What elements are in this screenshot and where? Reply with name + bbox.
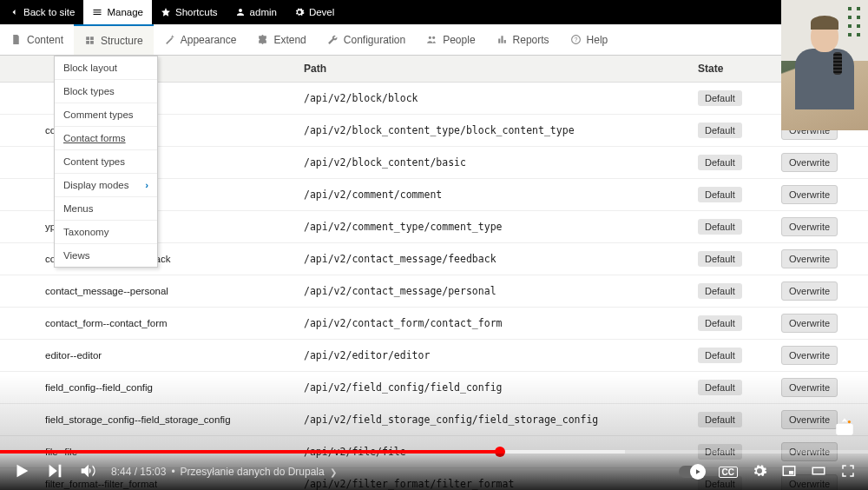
row-ops: Overwrite: [781, 249, 868, 268]
toolbar-shortcuts[interactable]: Shortcuts: [152, 0, 227, 24]
time-text: 8:44 / 15:03: [111, 466, 166, 478]
row-state: Default: [698, 414, 781, 426]
table-row: contact_form--contact_form/api/v2/contac…: [0, 308, 868, 340]
overwrite-button[interactable]: Overwrite: [781, 217, 838, 236]
toolbar-user[interactable]: admin: [227, 0, 286, 24]
row-name: editor--editor: [0, 350, 304, 361]
row-state: Default: [698, 189, 781, 201]
overwrite-button[interactable]: Overwrite: [781, 281, 838, 301]
state-badge: Default: [698, 122, 742, 138]
row-path: /api/v2/block/block: [304, 92, 698, 104]
table-row: contact_message--personal/api/v2/contact…: [0, 275, 868, 308]
menu-views[interactable]: Views: [55, 244, 157, 267]
row-path: /api/v2/block_content_type/block_content…: [304, 124, 698, 136]
svg-rect-3: [789, 471, 793, 474]
row-state: Default: [698, 156, 781, 169]
star-icon: [161, 7, 171, 17]
tab-appearance-label: Appearance: [181, 34, 237, 46]
tab-content[interactable]: Content: [0, 24, 74, 55]
autoplay-toggle[interactable]: [679, 466, 705, 478]
chevron-right-icon: ›: [145, 180, 148, 190]
miniplayer-button[interactable]: [781, 463, 797, 481]
row-ops: Overwrite: [781, 217, 868, 236]
tab-content-label: Content: [27, 34, 63, 46]
tab-help[interactable]: ? Help: [560, 24, 619, 55]
overwrite-button[interactable]: Overwrite: [781, 378, 838, 397]
state-badge: Default: [698, 283, 742, 299]
tab-structure-label: Structure: [101, 35, 143, 47]
theater-button[interactable]: [811, 463, 826, 481]
menu-contact-forms[interactable]: Contact forms: [55, 127, 157, 150]
menu-display-modes[interactable]: Display modes ›: [55, 174, 157, 197]
menu-block-types[interactable]: Block types: [55, 80, 157, 103]
file-icon: [10, 34, 22, 45]
menu-taxonomy[interactable]: Taxonomy: [55, 221, 157, 244]
row-ops: Overwrite: [781, 378, 868, 397]
gear-icon: [294, 7, 305, 17]
toolbar-devel-label: Devel: [309, 7, 334, 17]
row-path: /api/v2/block_content/basic: [304, 156, 698, 169]
row-name: contact_message--personal: [0, 286, 304, 296]
tab-extend[interactable]: Extend: [247, 24, 316, 55]
tab-reports[interactable]: Reports: [486, 24, 560, 55]
webcam-overlay: [781, 0, 868, 130]
menu-display-modes-label: Display modes: [63, 180, 128, 190]
help-icon: ?: [570, 34, 582, 45]
row-state: Default: [698, 124, 781, 136]
row-ops: Overwrite: [781, 185, 868, 204]
tab-people[interactable]: People: [416, 24, 485, 55]
tab-structure[interactable]: Structure: [74, 24, 154, 55]
menu-block-layout[interactable]: Block layout: [55, 56, 157, 80]
toolbar-manage[interactable]: Manage: [83, 0, 152, 24]
state-badge: Default: [698, 155, 742, 170]
state-badge: Default: [698, 412, 742, 427]
play-small-icon: [694, 468, 701, 475]
svg-text:?: ?: [574, 36, 577, 43]
row-path: /api/v2/contact_form/contact_form: [304, 317, 698, 329]
channel-logo-icon: [833, 416, 856, 441]
volume-button[interactable]: [78, 461, 97, 483]
structure-dropdown: Block layout Block types Comment types C…: [54, 56, 158, 268]
overwrite-button[interactable]: Overwrite: [781, 410, 838, 429]
table-row: field_storage_config--field_storage_conf…: [0, 404, 868, 436]
col-header-path[interactable]: Path: [304, 63, 698, 75]
tab-configuration[interactable]: Configuration: [317, 24, 416, 55]
row-state: Default: [698, 285, 781, 297]
overwrite-button[interactable]: Overwrite: [781, 249, 838, 268]
user-icon: [235, 7, 246, 17]
row-path: /api/v2/comment/comment: [304, 189, 698, 201]
tab-appearance[interactable]: Appearance: [154, 24, 247, 55]
play-button[interactable]: [12, 461, 31, 483]
fullscreen-button[interactable]: [840, 463, 856, 481]
toolbar-devel[interactable]: Devel: [286, 0, 343, 24]
menu-comment-types[interactable]: Comment types: [55, 103, 157, 127]
svg-point-2: [848, 420, 851, 423]
row-path: /api/v2/editor/editor: [304, 349, 698, 361]
col-header-state[interactable]: State: [698, 63, 781, 75]
menu-content-types[interactable]: Content types: [55, 150, 157, 174]
svg-rect-4: [812, 467, 825, 474]
captions-button[interactable]: CC: [719, 467, 738, 478]
row-state: Default: [698, 349, 781, 361]
overwrite-button[interactable]: Overwrite: [781, 185, 838, 204]
row-name: field_storage_config--field_storage_conf…: [0, 414, 304, 425]
row-ops: Overwrite: [781, 346, 868, 365]
toolbar-back-to-site[interactable]: Back to site: [0, 0, 83, 24]
overwrite-button[interactable]: Overwrite: [781, 314, 838, 333]
structure-icon: [84, 35, 95, 46]
overwrite-button[interactable]: Overwrite: [781, 346, 838, 365]
row-state: Default: [698, 92, 781, 104]
table-row: editor--editor/api/v2/editor/editorDefau…: [0, 340, 868, 372]
tab-configuration-label: Configuration: [344, 34, 405, 46]
chevron-right-icon: ❯: [330, 467, 337, 477]
overwrite-button[interactable]: Overwrite: [781, 153, 838, 172]
row-name: contact_form--contact_form: [0, 318, 304, 328]
chapter-title[interactable]: Przesyłanie danych do Drupala: [181, 466, 325, 478]
next-button[interactable]: [45, 461, 64, 483]
wrench-icon: [327, 34, 339, 45]
menu-menus[interactable]: Menus: [55, 197, 157, 221]
settings-button[interactable]: [752, 463, 767, 481]
row-ops: Overwrite: [781, 281, 868, 301]
hamburger-icon: [92, 7, 102, 17]
row-state: Default: [698, 253, 781, 265]
